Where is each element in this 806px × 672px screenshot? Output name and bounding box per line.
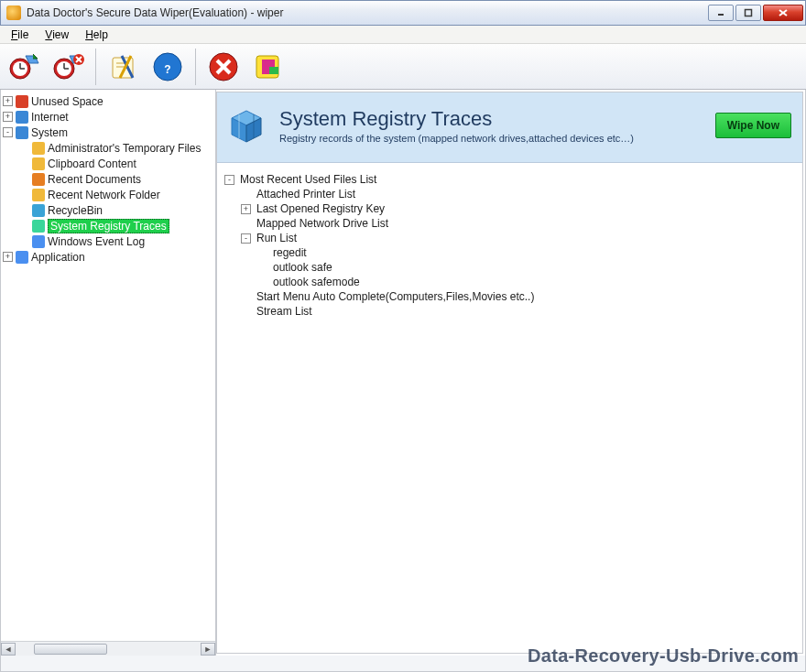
sidebar-item[interactable]: RecycleBin xyxy=(3,202,213,218)
minimize-icon xyxy=(716,8,725,17)
tree-item-label: Application xyxy=(31,251,85,264)
sidebar-item[interactable]: Recent Documents xyxy=(3,171,213,187)
detail-item-label: Run List xyxy=(256,232,297,244)
detail-item[interactable]: -Most Recent Used Files List xyxy=(224,172,795,187)
toolbar-delete-scan[interactable] xyxy=(48,47,88,87)
tree-item-icon xyxy=(16,251,28,264)
tree-item-icon xyxy=(32,204,45,217)
window-buttons xyxy=(708,5,803,21)
tree-spacer xyxy=(241,307,251,317)
toolbar: ? xyxy=(0,44,806,90)
detail-item[interactable]: outlook safe xyxy=(224,260,795,275)
toolbar-separator xyxy=(95,49,96,85)
help-icon: ? xyxy=(151,50,184,83)
toolbar-open-scan[interactable] xyxy=(4,47,44,87)
clock-folder-open-icon xyxy=(7,50,40,83)
tree-expand-icon[interactable]: + xyxy=(3,252,13,262)
tree-spacer xyxy=(19,205,29,215)
tree-item-label: Recent Network Folder xyxy=(48,189,160,201)
detail-item-label: regedit xyxy=(273,246,307,259)
detail-item[interactable]: Attached Printer List xyxy=(224,187,795,201)
svg-marker-29 xyxy=(269,67,278,74)
tree-item-icon xyxy=(32,189,45,201)
minimize-button[interactable] xyxy=(708,5,734,21)
detail-item[interactable]: -Run List xyxy=(224,231,795,245)
tree-item-label: Administrator's Temporary Files xyxy=(48,142,201,155)
tree-collapse-icon[interactable]: - xyxy=(3,127,13,137)
tree-spacer xyxy=(19,158,29,168)
sidebar-item[interactable]: Recent Network Folder xyxy=(3,187,213,202)
sidebar-item[interactable]: +Unused Space xyxy=(3,93,213,109)
sidebar-item[interactable]: System Registry Traces xyxy=(3,218,213,233)
maximize-button[interactable] xyxy=(735,5,761,21)
detail-item[interactable]: +Last Opened Registry Key xyxy=(224,201,795,216)
main-panel: System Registry Traces Registry records … xyxy=(216,92,803,654)
sidebar-hscrollbar[interactable]: ◄ ► xyxy=(1,641,215,656)
tree-collapse-icon[interactable]: - xyxy=(241,233,251,244)
sidebar-item[interactable]: +Internet xyxy=(3,109,213,125)
sidebar: +Unused Space+Internet-SystemAdministrat… xyxy=(1,90,216,656)
detail-item[interactable]: Stream List xyxy=(224,304,795,319)
app-icon xyxy=(6,5,21,20)
menu-help[interactable]: Help xyxy=(78,27,115,43)
detail-tree[interactable]: -Most Recent Used Files ListAttached Pri… xyxy=(217,163,802,328)
wipe-now-button[interactable]: Wipe Now xyxy=(715,113,791,138)
detail-item[interactable]: Mapped Network Drive List xyxy=(224,216,795,231)
detail-item-label: outlook safe xyxy=(273,261,332,274)
scroll-thumb[interactable] xyxy=(34,644,107,655)
tree-expand-icon[interactable]: + xyxy=(3,96,13,106)
sidebar-item[interactable]: Administrator's Temporary Files xyxy=(3,140,213,156)
tree-spacer xyxy=(19,143,29,153)
tree-spacer xyxy=(241,219,251,229)
sidebar-item[interactable]: -System xyxy=(3,125,213,140)
scroll-right-arrow[interactable]: ► xyxy=(201,643,215,656)
scroll-left-arrow[interactable]: ◄ xyxy=(1,643,16,656)
detail-item[interactable]: regedit xyxy=(224,245,795,260)
tree-item-label: RecycleBin xyxy=(48,204,103,217)
sidebar-tree[interactable]: +Unused Space+Internet-SystemAdministrat… xyxy=(1,90,215,268)
tree-item-icon xyxy=(32,220,45,233)
tree-collapse-icon[interactable]: - xyxy=(224,175,234,185)
tree-item-icon xyxy=(16,126,28,139)
detail-item-label: Mapped Network Drive List xyxy=(256,217,388,230)
tree-expand-icon[interactable]: + xyxy=(241,204,251,214)
sidebar-item[interactable]: +Application xyxy=(3,249,213,265)
svg-text:?: ? xyxy=(164,63,170,76)
tree-spacer xyxy=(19,190,29,200)
tree-item-icon xyxy=(16,111,28,124)
content: +Unused Space+Internet-SystemAdministrat… xyxy=(0,90,806,656)
menu-view[interactable]: View xyxy=(38,27,76,43)
toolbar-refresh[interactable] xyxy=(247,47,288,87)
tree-spacer xyxy=(257,263,267,273)
registry-cube-icon xyxy=(228,105,268,146)
detail-item-label: Stream List xyxy=(256,305,312,318)
sidebar-item[interactable]: Windows Event Log xyxy=(3,233,213,249)
toolbar-help[interactable]: ? xyxy=(147,47,188,87)
window-title: Data Doctor's Secure Data Wiper(Evaluati… xyxy=(27,6,708,19)
tree-item-label: System Registry Traces xyxy=(48,219,169,233)
detail-item[interactable]: outlook safemode xyxy=(224,275,795,289)
header-panel: System Registry Traces Registry records … xyxy=(217,92,802,163)
toolbar-separator xyxy=(195,49,196,85)
toolbar-settings[interactable] xyxy=(103,47,144,87)
detail-item-label: Start Menu Auto Complete(Computers,Files… xyxy=(256,290,534,303)
sidebar-item[interactable]: Clipboard Content xyxy=(3,156,213,171)
tree-item-icon xyxy=(16,95,28,108)
tree-item-label: Windows Event Log xyxy=(48,235,145,248)
tree-item-icon xyxy=(32,235,45,248)
clock-folder-delete-icon xyxy=(51,50,84,83)
menu-file[interactable]: File xyxy=(4,27,36,43)
maximize-icon xyxy=(744,8,753,17)
menubar: File View Help xyxy=(0,26,806,44)
close-icon xyxy=(778,8,789,17)
toolbar-stop[interactable] xyxy=(203,47,244,87)
section-title: System Registry Traces xyxy=(279,107,634,131)
detail-item[interactable]: Start Menu Auto Complete(Computers,Files… xyxy=(224,289,795,304)
titlebar: Data Doctor's Secure Data Wiper(Evaluati… xyxy=(0,0,806,26)
section-subtitle: Registry records of the system (mapped n… xyxy=(279,133,634,144)
tree-expand-icon[interactable]: + xyxy=(3,112,13,122)
detail-item-label: Last Opened Registry Key xyxy=(256,202,385,215)
detail-item-label: Attached Printer List xyxy=(256,188,355,201)
tree-item-label: System xyxy=(31,126,68,139)
close-button[interactable] xyxy=(763,5,803,21)
